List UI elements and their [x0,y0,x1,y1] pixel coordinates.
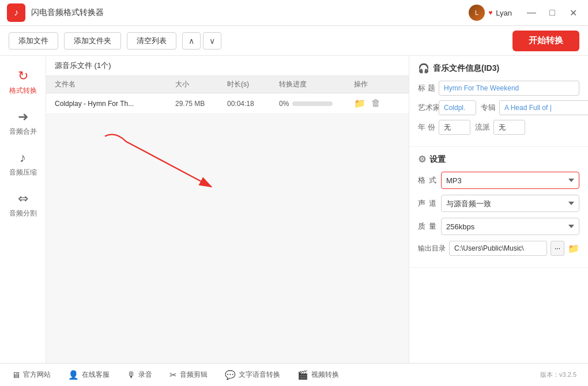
arrow-container [46,114,409,363]
window-controls: — □ ✕ [523,5,581,21]
bottom-website[interactable]: 🖥 官方网站 [12,370,51,380]
sidebar-label-merge: 音频合并 [9,127,37,137]
file-size: 29.75 MB [175,100,227,108]
bottom-video[interactable]: 🎬 视频转换 [297,370,339,380]
toolbar: 添加文件 添加文件夹 清空列表 ∧ ∨ 开始转换 [0,26,588,56]
tts-icon: 💬 [225,370,236,380]
add-file-button[interactable]: 添加文件 [9,32,58,50]
quality-label: 质 量 [418,221,436,232]
music-info-title: 🎧 音乐文件信息(ID3) [418,63,579,74]
browse-button[interactable]: ··· [551,241,564,256]
year-label: 年 份 [418,122,434,133]
title-label: 标 题 [418,83,434,93]
clip-icon: ✂ [169,370,177,380]
split-icon: ⇔ [18,191,28,206]
move-up-button[interactable]: ∧ [182,32,201,50]
clear-list-button[interactable]: 清空列表 [127,32,176,50]
sidebar-item-compress[interactable]: ♪ 音频压缩 [0,143,46,184]
username: Lyan [496,9,512,17]
app-logo-icon: ♪ [14,7,18,18]
tts-label: 文字语音转换 [239,370,280,380]
avatar-initials: L [475,9,478,16]
website-icon: 🖥 [12,370,20,380]
progress-bar-outer [292,101,333,106]
genre-input[interactable] [493,120,525,135]
support-icon: 👤 [68,370,79,380]
headphone-icon: 🎧 [418,63,429,74]
quality-row: 质 量 256kbps 128kbps 320kbps [418,218,579,235]
bottom-clip[interactable]: ✂ 音频剪辑 [169,370,208,380]
minimize-button[interactable]: — [523,5,540,21]
bottom-bar: 🖥 官方网站 👤 在线客服 🎙 录音 ✂ 音频剪辑 💬 文字语音转换 🎬 视频转… [0,363,588,386]
year-input[interactable] [439,120,470,135]
table-header: 文件名 大小 时长(s) 转换进度 操作 [46,76,409,93]
table-row: Coldplay - Hymn For Th... 29.75 MB 00:04… [46,93,409,114]
music-info-section: 🎧 音乐文件信息(ID3) 标 题 艺术家 专辑 年 份 流派 [409,56,588,147]
album-input[interactable] [499,100,588,115]
close-button[interactable]: ✕ [565,5,581,21]
format-icon: ↻ [18,69,28,84]
bottom-support[interactable]: 👤 在线客服 [68,370,110,380]
order-controls: ∧ ∨ [182,32,221,50]
channel-row: 声 道 与源音频一致 立体声 单声道 [418,195,579,212]
bottom-tts[interactable]: 💬 文字语音转换 [225,370,280,380]
col-size: 大小 [175,80,227,89]
channel-select[interactable]: 与源音频一致 立体声 单声道 [441,195,579,212]
sidebar-item-format[interactable]: ↻ 格式转换 [0,62,46,103]
sidebar-label-format: 格式转换 [9,86,37,96]
format-row: 格 式 MP3 WAV FLAC AAC [418,172,579,189]
website-label: 官方网站 [23,370,51,380]
year-genre-row: 年 份 流派 [418,120,579,135]
main-layout: ↻ 格式转换 ➜ 音频合并 ♪ 音频压缩 ⇔ 音频分割 源音乐文件 (1个) 文… [0,56,588,363]
sidebar-item-split[interactable]: ⇔ 音频分割 [0,184,46,225]
avatar: L [469,5,485,21]
record-icon: 🎙 [127,370,135,380]
maximize-button[interactable]: □ [544,5,560,21]
album-label: 专辑 [481,103,495,113]
add-folder-button[interactable]: 添加文件夹 [64,32,121,50]
col-duration: 时长(s) [227,80,279,89]
video-icon: 🎬 [297,370,308,380]
right-panel: 🎧 音乐文件信息(ID3) 标 题 艺术家 专辑 年 份 流派 [409,56,588,363]
output-row: 输出目录 ··· 📁 [418,241,579,256]
output-folder-icon[interactable]: 📁 [568,243,579,254]
format-select[interactable]: MP3 WAV FLAC AAC [441,172,579,189]
progress-cell: 0% [279,100,354,108]
artist-album-row: 艺术家 专辑 [418,100,579,115]
ops-cell: 📁 🗑 [354,98,400,109]
clip-label: 音频剪辑 [180,370,208,380]
channel-label: 声 道 [418,198,436,209]
sidebar-item-merge[interactable]: ➜ 音频合并 [0,103,46,143]
progress-text: 0% [279,100,289,108]
sidebar-label-compress: 音频压缩 [9,168,37,177]
support-label: 在线客服 [82,370,110,380]
compress-icon: ♪ [20,150,26,165]
genre-label: 流派 [475,122,489,133]
annotation-arrow [81,126,225,195]
settings-label: 设置 [429,154,446,165]
gear-icon: ⚙ [418,154,426,165]
file-list-header: 源音乐文件 (1个) [46,56,409,76]
delete-icon[interactable]: 🗑 [371,98,380,109]
output-path-input[interactable] [449,241,547,256]
col-name: 文件名 [55,80,175,89]
open-folder-icon[interactable]: 📁 [354,98,365,109]
file-duration: 00:04:18 [227,100,279,108]
file-area: 源音乐文件 (1个) 文件名 大小 时长(s) 转换进度 操作 Coldplay… [46,56,409,363]
app-title: 闪电音频格式转换器 [31,7,469,18]
user-info: L ♥ Lyan [469,5,512,21]
version-text: 版本：v3.2.5 [540,370,576,379]
app-logo: ♪ [7,3,25,22]
settings-section: ⚙ 设置 格 式 MP3 WAV FLAC AAC 声 道 与源音频一致 立体声… [409,147,588,268]
move-down-button[interactable]: ∨ [203,32,221,50]
quality-select[interactable]: 256kbps 128kbps 320kbps [441,218,579,235]
artist-input[interactable] [439,100,476,115]
start-convert-button[interactable]: 开始转换 [512,31,579,51]
col-ops: 操作 [354,80,400,89]
artist-label: 艺术家 [418,103,434,113]
sidebar-label-split: 音频分割 [9,209,37,218]
format-label: 格 式 [418,175,436,186]
bottom-record[interactable]: 🎙 录音 [127,370,152,380]
record-label: 录音 [138,370,152,380]
title-input[interactable] [439,81,579,96]
